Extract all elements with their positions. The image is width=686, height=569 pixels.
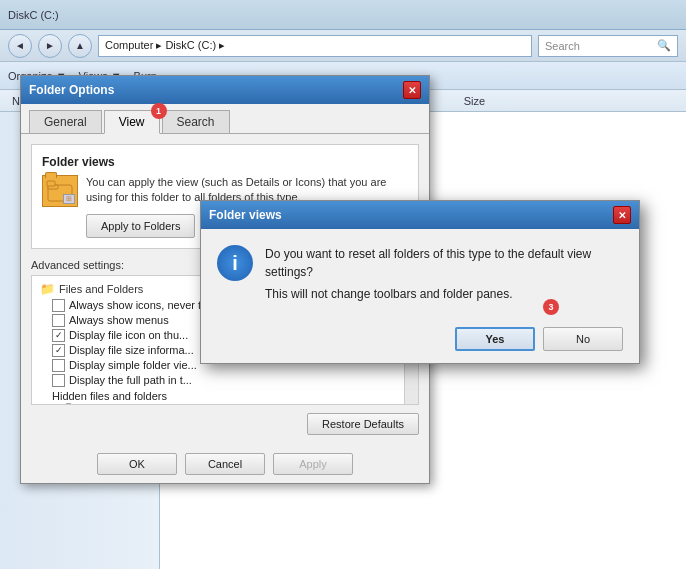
tab-general[interactable]: General [29, 110, 102, 133]
overlay-icon: ⊞ [63, 194, 75, 204]
close-icon: ✕ [408, 85, 416, 96]
ok-button[interactable]: OK [97, 453, 177, 475]
explorer-navbar: ◄ ► ▲ Computer ▸ DiskC (C:) ▸ Search 🔍 [0, 30, 686, 62]
hidden-files-group: Hidden files and folders [52, 390, 414, 402]
folder-icon: ⊞ [42, 175, 78, 207]
tab-view[interactable]: View 1 [104, 110, 160, 134]
address-bar[interactable]: Computer ▸ DiskC (C:) ▸ [98, 35, 532, 57]
annotation-1: 1 [151, 103, 167, 119]
no-button[interactable]: No [543, 327, 623, 351]
confirm-title: Folder views [209, 208, 282, 222]
folder-options-titlebar: Folder Options ✕ [21, 76, 429, 104]
tab-search[interactable]: Search [162, 110, 230, 133]
forward-button[interactable]: ► [38, 34, 62, 58]
back-button[interactable]: ◄ [8, 34, 32, 58]
folder-options-title: Folder Options [29, 83, 114, 97]
search-icon: 🔍 [657, 39, 671, 52]
confirm-message-line2: This will not change toolbars and folder… [265, 285, 623, 303]
confirm-buttons: 3 Yes No [201, 319, 639, 363]
list-item: Display the full path in t... [52, 373, 414, 388]
yes-button[interactable]: Yes [455, 327, 535, 351]
confirm-close-button[interactable]: ✕ [613, 206, 631, 224]
apply-button[interactable]: Apply [273, 453, 353, 475]
always-show-menus-checkbox[interactable] [52, 314, 65, 327]
dialog-bottom-buttons: OK Cancel Apply [21, 445, 429, 483]
svg-rect-2 [47, 181, 55, 186]
titlebar-text: DiskC (C:) [8, 9, 59, 21]
search-bar[interactable]: Search 🔍 [538, 35, 678, 57]
confirm-text: Do you want to reset all folders of this… [265, 245, 623, 303]
cancel-button[interactable]: Cancel [185, 453, 265, 475]
display-file-size-checkbox[interactable] [52, 344, 65, 357]
restore-defaults-button[interactable]: Restore Defaults [307, 413, 419, 435]
info-icon: i [217, 245, 253, 281]
display-full-path-checkbox[interactable] [52, 374, 65, 387]
display-simple-folder-checkbox[interactable] [52, 359, 65, 372]
folder-tree-icon: 📁 [40, 282, 55, 296]
annotation-3: 3 [543, 299, 559, 315]
restore-defaults-container: Restore Defaults [31, 413, 419, 435]
always-show-icons-checkbox[interactable] [52, 299, 65, 312]
display-file-icon-checkbox[interactable] [52, 329, 65, 342]
search-placeholder: Search [545, 40, 580, 52]
do-not-show-hidden-radio[interactable] [62, 403, 75, 405]
confirm-dialog: Folder views ✕ i Do you want to reset al… [200, 200, 640, 364]
close-button[interactable]: ✕ [403, 81, 421, 99]
col-size[interactable]: Size [464, 95, 485, 107]
folder-views-title: Folder views [42, 155, 408, 169]
address-text: Computer ▸ DiskC (C:) ▸ [105, 39, 225, 52]
up-button[interactable]: ▲ [68, 34, 92, 58]
tab-bar: General View 1 Search [21, 104, 429, 133]
confirm-message-line1: Do you want to reset all folders of this… [265, 245, 623, 281]
confirm-body: i Do you want to reset all folders of th… [201, 229, 639, 319]
explorer-titlebar: DiskC (C:) [0, 0, 686, 30]
apply-to-folders-button[interactable]: Apply to Folders [86, 214, 195, 238]
confirm-close-icon: ✕ [618, 210, 626, 221]
list-item: Do not show hidden f... [52, 402, 414, 405]
confirm-titlebar: Folder views ✕ [201, 201, 639, 229]
